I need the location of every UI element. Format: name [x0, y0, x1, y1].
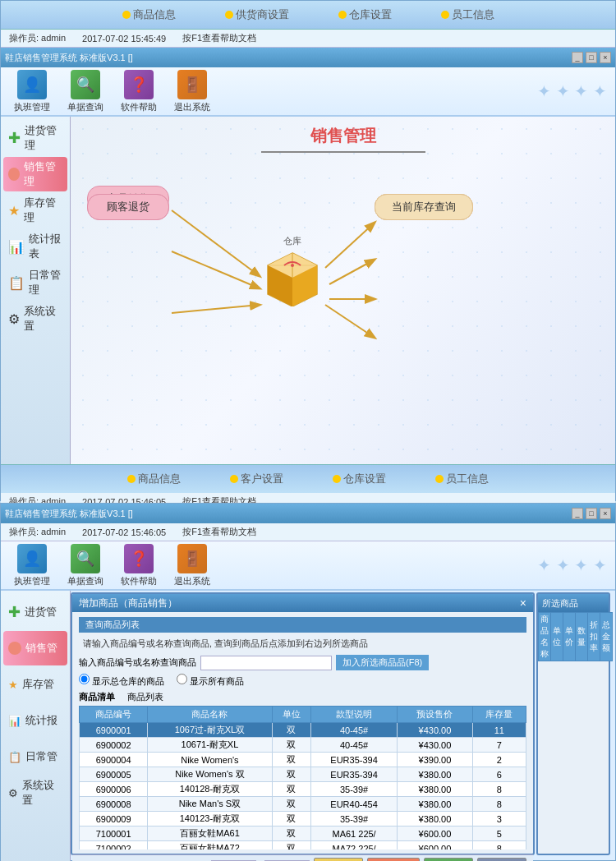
cancel-button[interactable]: 取消(F4)	[477, 858, 526, 861]
customer-return-box[interactable]: 顾客退货	[87, 194, 169, 220]
bottom-nav-customer[interactable]: 客户设置	[230, 472, 283, 486]
help-btn2[interactable]: ❓ 软件帮助	[116, 544, 161, 587]
confirm-button[interactable]: 确定(F5)	[424, 858, 473, 861]
bottom-nav-staff[interactable]: 员工信息	[435, 472, 489, 486]
shift-btn2[interactable]: 👤 执班管理	[9, 544, 54, 587]
exit-btn2[interactable]: 🚪 退出系统	[169, 544, 214, 587]
help-button[interactable]: ❓ 软件帮助	[116, 70, 161, 113]
shift-icon2: 👤	[17, 544, 47, 573]
modal-close-button[interactable]: ×	[520, 596, 526, 610]
minimize-button[interactable]: _	[572, 52, 583, 63]
shift-management-button[interactable]: 👤 执班管理	[9, 70, 54, 113]
svg-line-0	[172, 210, 260, 276]
nav-item-staff[interactable]: 员工信息	[441, 7, 494, 22]
table-row[interactable]: 7100001百丽女鞋MA61双MA61 225/¥600.005	[80, 826, 526, 841]
exit-button[interactable]: 🚪 退出系统	[169, 70, 214, 113]
delete-button[interactable]: 删除(Del)	[367, 858, 420, 861]
table-row[interactable]: 6900009140123-耐克双双35-39#¥380.003	[80, 812, 526, 826]
product-search-input[interactable]	[200, 656, 332, 670]
table-row[interactable]: 690000210671-耐克XL双40-45#¥430.007	[80, 738, 526, 753]
nav-dot	[338, 11, 347, 19]
table-row[interactable]: 6900005Nike Women's 双双EUR35-394¥380.006	[80, 767, 526, 782]
nav-item-product[interactable]: 商品信息	[122, 7, 176, 22]
sidebar-item-sales[interactable]: 销售管理	[3, 157, 67, 191]
exit-icon2: 🚪	[177, 544, 207, 573]
bottom-main: ✚ 进货管 销售管 ★ 库存管 📊 统计报 📋 日常管 ⚙ 系统设置	[1, 591, 615, 861]
svg-line-2	[172, 305, 260, 313]
selected-products-panel: 所选商品 商品名称 单位 单价 数量 折扣率 总金额	[536, 592, 610, 855]
close-btn2[interactable]: ×	[600, 508, 611, 519]
table-header-row: 商品编号 商品名称 单位 款型说明 预设售价 库存量	[80, 707, 526, 723]
exit-icon: 🚪	[177, 70, 207, 99]
col-name: 商品名称	[148, 707, 272, 723]
edit-button[interactable]: 修改(F3)	[314, 858, 363, 861]
bottom-help: 按F1查看帮助文档	[182, 526, 256, 538]
radio-all[interactable]: 显示所有商品	[177, 674, 244, 688]
window-controls: _ □ ×	[572, 52, 611, 63]
sidebar-item-reports[interactable]: 📊 统计报表	[3, 229, 67, 264]
bottom-status-bar: 操作员: admin 2017-07-02 15:46:05 按F1查看帮助文档	[1, 523, 615, 541]
bottom-sidebar-purchase[interactable]: ✚ 进货管	[3, 595, 67, 629]
table-row[interactable]: 6900006140128-耐克双双35-39#¥380.008	[80, 782, 526, 797]
col-stock: 库存量	[472, 707, 526, 723]
bottom-datetime: 2017-07-02 15:46:05	[82, 527, 166, 537]
minimize-btn2[interactable]: _	[572, 508, 583, 519]
content-area: 销售管理 商品销售 前台收银 顾客退货	[71, 117, 615, 464]
sales-title: 销售管理	[79, 125, 607, 147]
bottom-nav-warehouse[interactable]: 仓库设置	[333, 472, 386, 486]
sidebar-item-inventory[interactable]: ★ 库存管理	[3, 193, 67, 228]
bottom-nav-product[interactable]: 商品信息	[127, 472, 181, 486]
add-selected-button[interactable]: 加入所选商品品(F8)	[336, 655, 429, 670]
maximize-btn2[interactable]: □	[586, 508, 597, 519]
sidebar-item-daily[interactable]: 📋 日常管理	[3, 265, 67, 300]
order-query-button[interactable]: 🔍 单据查询	[62, 70, 108, 113]
radio-group: 显示总仓库的商品 显示所有商品	[79, 674, 526, 688]
order-icon2: 🔍	[71, 544, 100, 573]
col-unit: 单位	[272, 707, 310, 723]
help-icon: ❓	[124, 70, 154, 99]
col-model: 款型说明	[310, 707, 397, 723]
help-label: 按F1查看帮助文档	[182, 32, 256, 44]
close-button[interactable]: ×	[600, 52, 611, 63]
table-row[interactable]: 7100002百丽女鞋MA72双MA72 225/¥600.008	[80, 841, 526, 850]
sidebar-item-purchase[interactable]: ✚ 进货管理	[3, 121, 67, 155]
bottom-toolbar: 👤 执班管理 🔍 单据查询 ❓ 软件帮助 🚪 退出系统 ✦ ✦ ✦ ✦	[1, 541, 615, 591]
toolbar-decoration: ✦ ✦ ✦ ✦	[537, 81, 607, 101]
product-table-scroll[interactable]: 商品编号 商品名称 单位 款型说明 预设售价 库存量 69000011067过-…	[79, 706, 526, 849]
radio-warehouse[interactable]: 显示总仓库的商品	[79, 674, 164, 688]
nav-item-supplier[interactable]: 供货商设置	[225, 7, 289, 22]
right-header-row: 商品名称 单位 单价 数量 折扣率 总金额	[539, 613, 613, 661]
exit-label: 退出系统	[174, 101, 210, 113]
table-row[interactable]: 69000011067过-耐克XL双双40-45#¥430.0011	[80, 723, 526, 738]
sidebar: ✚ 进货管理 销售管理 ★ 库存管理 📊 统计报表 📋 日常管理 ⚙ 系统设置	[1, 117, 71, 464]
bottom-window-controls: _ □ ×	[572, 508, 611, 519]
gear-icon: ⚙	[8, 311, 20, 327]
input-label: 输入商品编号或名称查询商品	[79, 656, 196, 669]
order-label: 单据查询	[67, 101, 103, 113]
col-id: 商品编号	[80, 707, 148, 723]
bottom-sidebar-settings[interactable]: ⚙ 系统设置	[3, 776, 67, 810]
col-price: 预设售价	[398, 707, 472, 723]
maximize-button[interactable]: □	[586, 52, 597, 63]
plus-icon: ✚	[8, 129, 21, 147]
bottom-sidebar-daily[interactable]: 📋 日常管	[3, 739, 67, 774]
nav-item-warehouse[interactable]: 仓库设置	[338, 7, 392, 22]
sidebar-item-settings[interactable]: ⚙ 系统设置	[3, 302, 67, 336]
svg-point-13	[291, 264, 294, 267]
bottom-sidebar-inventory[interactable]: ★ 库存管	[3, 667, 67, 702]
bottom-window-title-bar: 鞋店销售管理系统 标准版V3.1 [] _ □ ×	[1, 504, 615, 523]
shift-icon: 👤	[17, 70, 47, 99]
modal-title-bar: 增加商品（商品销售） ×	[72, 594, 533, 612]
modal-body: 查询商品列表 请输入商品编号或名称查询商品, 查询到商品后点添加到右边列所选商品…	[72, 612, 533, 854]
bottom-sidebar-sales[interactable]: 销售管	[3, 631, 67, 665]
order-btn2[interactable]: 🔍 单据查询	[62, 544, 108, 587]
sales-dot	[8, 642, 21, 655]
table-row[interactable]: 6900008Nike Man's S双双EUR40-454¥380.008	[80, 797, 526, 812]
chart-icon: 📊	[8, 239, 25, 255]
bottom-sidebar-reports[interactable]: 📊 统计报	[3, 703, 67, 738]
current-inventory-query-box[interactable]: 当前库存查询	[375, 194, 473, 220]
right-col-name: 商品名称	[539, 613, 551, 661]
operator-label: 操作员: admin	[9, 32, 66, 44]
svg-line-3	[325, 223, 375, 268]
table-row[interactable]: 6900004Nike Women's双EUR35-394¥390.002	[80, 753, 526, 767]
